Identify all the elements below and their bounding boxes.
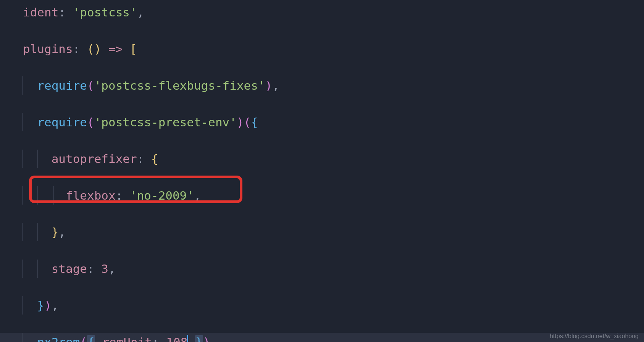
fn-require: require [37,79,87,92]
fn-px2rem: px2rem [37,335,80,342]
prop-flexbox: flexbox [66,189,116,202]
prop-remunit: remUnit [102,335,152,342]
num-stage: 3 [101,262,108,276]
prop-ident: ident [23,5,58,19]
str-flexbugs: postcss-flexbugs-fixes [101,79,258,92]
code-block[interactable]: ident: 'postcss', plugins: () => [ requi… [0,3,644,342]
str-no2009: no-2009 [137,189,187,202]
prop-plugins: plugins [23,42,73,56]
str-postcss: postcss [80,5,130,19]
code-editor[interactable]: ident: 'postcss', plugins: () => [ requi… [0,0,644,342]
prop-stage: stage [52,262,87,276]
fn-require: require [37,115,87,129]
highlighted-line[interactable]: px2rem({ remUnit: 108 }), [0,333,644,342]
text-cursor [187,335,188,342]
str-preset-env: postcss-preset-env [101,115,229,129]
prop-autoprefixer: autoprefixer [52,152,137,166]
num-remunit: 108 [166,335,187,342]
